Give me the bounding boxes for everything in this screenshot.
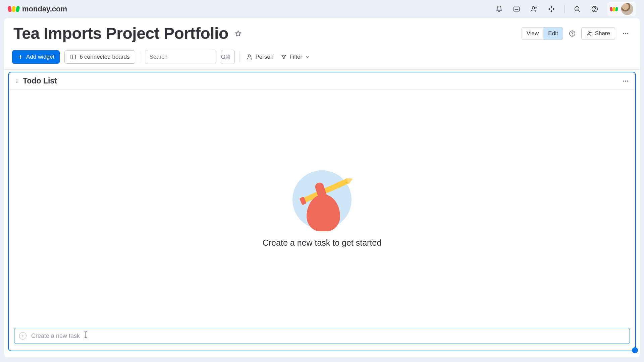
svg-point-19 [17, 82, 18, 82]
widget-area: Todo List Create a new task to get start… [4, 70, 640, 357]
user-avatar[interactable] [621, 3, 633, 15]
toolbar: Add widget 6 connected boards Person Fil… [4, 47, 640, 70]
svg-point-13 [248, 55, 251, 57]
person-filter-button[interactable]: Person [245, 52, 275, 62]
invite-users-icon[interactable] [529, 4, 539, 14]
brand-logo[interactable]: monday.com [8, 5, 67, 13]
widget-header: Todo List [9, 72, 635, 90]
account-switcher[interactable] [607, 2, 636, 16]
connected-boards-button[interactable]: 6 connected boards [64, 50, 135, 64]
share-label: Share [595, 30, 610, 37]
page-container: Tea Imports Project Portfolio View Edit … [4, 18, 640, 357]
person-label: Person [255, 54, 273, 60]
svg-point-22 [627, 80, 628, 81]
monday-logo-icon [8, 6, 19, 12]
widget-body: Create a new task to get started [9, 90, 635, 328]
search-input[interactable] [149, 54, 220, 60]
chevron-down-icon [305, 55, 310, 59]
svg-point-17 [17, 79, 18, 80]
connected-boards-label: 6 connected boards [79, 54, 129, 60]
svg-point-2 [575, 7, 579, 11]
add-widget-button[interactable]: Add widget [12, 50, 60, 64]
monday-mini-icon [610, 7, 618, 11]
widget-more-icon[interactable] [622, 77, 629, 85]
drag-handle-icon[interactable] [15, 79, 19, 83]
svg-point-18 [17, 81, 18, 81]
help-icon[interactable] [590, 4, 599, 14]
svg-rect-11 [71, 55, 75, 59]
svg-point-16 [16, 82, 17, 82]
svg-point-8 [623, 33, 624, 34]
view-edit-toggle: View Edit [522, 27, 563, 40]
svg-point-6 [572, 35, 572, 35]
svg-point-7 [588, 32, 590, 33]
brand-name: monday.com [22, 5, 67, 13]
svg-point-14 [16, 79, 17, 80]
svg-point-10 [627, 33, 628, 34]
empty-state-text: Create a new task to get started [263, 238, 381, 248]
share-button[interactable]: Share [581, 27, 615, 40]
add-task-icon[interactable] [19, 332, 26, 340]
header-help-icon[interactable] [569, 30, 576, 37]
new-task-input[interactable] [31, 333, 625, 340]
view-mode-button[interactable]: View [522, 27, 544, 40]
divider [564, 5, 565, 13]
widget-title[interactable]: Todo List [23, 76, 57, 85]
divider [140, 52, 140, 62]
save-button[interactable] [221, 50, 235, 64]
svg-point-21 [625, 80, 626, 81]
svg-point-1 [532, 7, 535, 9]
search-box[interactable] [145, 50, 216, 64]
top-right-actions [494, 2, 636, 16]
page-title[interactable]: Tea Imports Project Portfolio [13, 24, 228, 43]
inbox-icon[interactable] [512, 4, 521, 14]
top-bar: monday.com [0, 0, 644, 18]
svg-point-15 [16, 81, 17, 81]
page-header: Tea Imports Project Portfolio View Edit … [4, 18, 640, 47]
add-widget-label: Add widget [26, 54, 54, 60]
empty-state-illustration [292, 170, 352, 229]
resize-handle[interactable] [632, 347, 638, 353]
apps-icon[interactable] [547, 4, 556, 14]
edit-mode-button[interactable]: Edit [543, 27, 562, 40]
new-task-row[interactable] [14, 328, 630, 344]
svg-point-9 [625, 33, 626, 34]
notifications-icon[interactable] [494, 4, 504, 14]
svg-point-4 [594, 10, 595, 11]
svg-point-20 [623, 80, 624, 81]
more-menu-icon[interactable] [621, 28, 631, 39]
divider [239, 52, 240, 62]
filter-label: Filter [289, 54, 302, 60]
favorite-star-icon[interactable] [234, 30, 242, 37]
search-icon[interactable] [573, 4, 582, 14]
todo-list-widget: Todo List Create a new task to get start… [8, 72, 636, 351]
filter-button[interactable]: Filter [279, 52, 311, 62]
